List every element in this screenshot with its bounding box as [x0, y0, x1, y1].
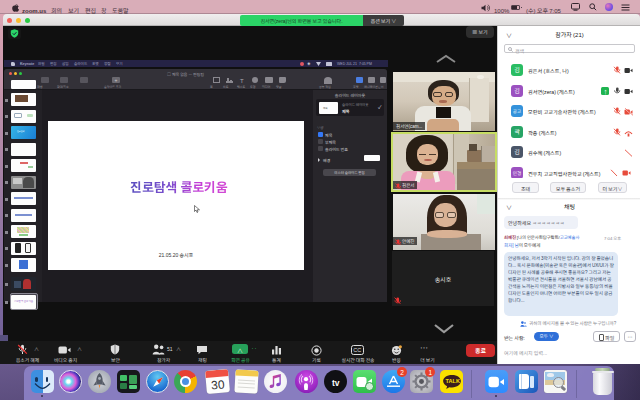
svg-text:TALK: TALK: [445, 378, 459, 384]
svg-text:CC: CC: [353, 347, 361, 353]
